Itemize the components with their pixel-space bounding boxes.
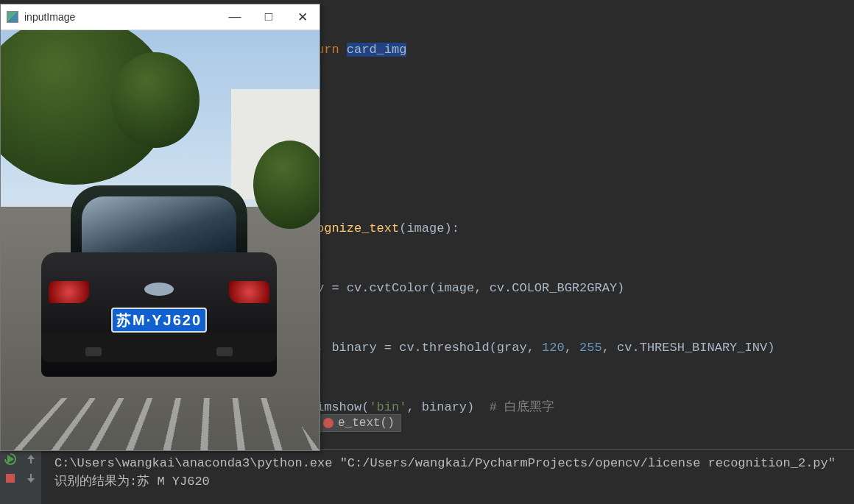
root: urn card_img ognize_text(image): y = cv.…: [0, 0, 854, 504]
image-window-titlebar[interactable]: inputImage — □ ✕: [1, 4, 320, 30]
terminal-output[interactable]: C:\Users\wangkai\anaconda3\python.exe "C…: [41, 450, 854, 504]
window-close-button[interactable]: ✕: [286, 4, 320, 30]
completion-text: e_text(): [338, 416, 395, 430]
stop-icon[interactable]: [4, 472, 16, 484]
completion-popup[interactable]: e_text(): [317, 414, 401, 432]
completion-kind-icon: [323, 418, 334, 428]
window-maximize-button[interactable]: □: [252, 4, 286, 30]
sel-card-img: card_img: [347, 43, 407, 57]
car-image: 苏M·YJ620: [41, 185, 277, 377]
rerun-icon[interactable]: [4, 453, 16, 465]
license-plate: 苏M·YJ620: [111, 308, 207, 333]
run-gutter-1: [0, 450, 21, 504]
run-panel: C:\Users\wangkai\anaconda3\python.exe "C…: [0, 449, 854, 504]
term-line-2: 识别的结果为:苏 M YJ620: [54, 472, 841, 491]
image-window[interactable]: inputImage — □ ✕: [0, 4, 320, 451]
arrow-up-icon[interactable]: [25, 453, 37, 465]
term-line-1: C:\Users\wangkai\anaconda3\python.exe "C…: [54, 454, 841, 472]
window-icon: [7, 11, 18, 23]
run-gutter-2: [21, 450, 41, 504]
image-canvas: 苏M·YJ620: [1, 30, 320, 450]
kw-return: urn: [317, 43, 347, 57]
window-title: inputImage: [24, 11, 218, 23]
svg-rect-0: [6, 474, 15, 483]
window-minimize-button[interactable]: —: [218, 4, 252, 30]
fn-recognize: ognize_text: [317, 221, 399, 235]
arrow-down-icon[interactable]: [25, 472, 37, 484]
